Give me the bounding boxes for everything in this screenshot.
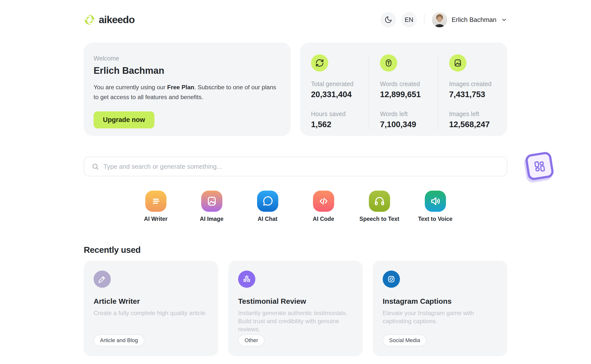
brand-name: aikeedo [99,14,135,26]
chevron-down-icon [501,16,507,23]
usage-stats-card: Total generated 20,331,404 Hours saved 1… [300,43,507,136]
aikeedo-swirl-icon [84,14,95,26]
recent-card-description: Instantly generate authentic testimonial… [238,309,353,333]
dark-mode-button[interactable] [381,12,396,27]
stat-label: Images left [449,110,496,118]
stat-value: 7,431,753 [449,90,496,99]
recently-used-row: Article Writer Create a fully complete h… [84,261,507,356]
header-actions: EN Erlich Bachman [381,12,507,27]
image-icon [201,191,222,212]
welcome-user-name: Erlich Bachman [94,65,281,76]
tool-ai-code[interactable]: AI Code [296,191,351,222]
search-icon [92,163,99,170]
tool-speech-to-text[interactable]: Speech to Text [351,191,407,222]
recent-card-title: Article Writer [94,297,140,305]
pencil-icon [94,271,111,288]
stat-label: Images created [449,80,496,88]
apps-launcher-badge[interactable] [525,151,554,181]
language-button[interactable]: EN [401,12,417,27]
tools-row: AI Writer AI Image AI Chat [84,191,507,222]
category-tag: Social Media [383,334,427,346]
tool-label: AI Image [200,216,224,222]
tool-label: Speech to Text [360,216,399,222]
recent-card-description: Elevate your Instagram game with captiva… [383,309,497,325]
stat-column-words: Words created 12,899,651 Words left 7,10… [369,54,438,129]
welcome-card: Welcome Erlich Bachman You are currently… [84,43,291,136]
brand-logo[interactable]: aikeedo [84,14,135,26]
stars-icon [238,271,255,288]
instagram-icon [383,271,400,288]
dashboard-grid-icon [531,158,548,174]
stat-label: Words left [380,110,427,118]
category-tag: Other [238,334,264,346]
recent-card-instagram-captions[interactable]: Instagram Captions Elevate your Instagra… [373,261,507,356]
code-icon [313,191,334,212]
category-tag: Article and Blog [94,334,144,346]
stat-value: 1,562 [311,120,358,129]
stat-value: 7,100,349 [380,120,427,129]
search-bar [84,157,507,176]
header-divider [424,14,425,25]
stat-column-images: Images created 7,431,753 Images left 12,… [438,54,507,129]
tool-label: AI Chat [258,216,278,222]
stat-column-generated: Total generated 20,331,404 Hours saved 1… [300,54,369,129]
stat-value: 12,899,651 [380,90,427,99]
recent-card-title: Instagram Captions [383,297,452,305]
speaker-icon [425,191,446,212]
upgrade-now-button[interactable]: Upgrade now [94,111,154,128]
stat-label: Words created [380,80,427,88]
tool-text-to-voice[interactable]: Text to Voice [407,191,463,222]
plan-message: You are currently using our Free Plan. S… [94,82,281,102]
user-menu[interactable]: Erlich Bachman [432,12,507,27]
plan-message-pre: You are currently using our [94,84,167,91]
headphones-icon [369,191,390,212]
recent-card-testimonial-review[interactable]: Testimonial Review Instantly generate au… [228,261,363,356]
overview-row: Welcome Erlich Bachman You are currently… [84,43,507,136]
avatar [432,12,447,27]
refresh-icon [311,54,328,72]
plan-name: Free Plan [167,84,194,91]
recent-card-article-writer[interactable]: Article Writer Create a fully complete h… [84,261,218,356]
recent-card-title: Testimonial Review [238,297,306,305]
chat-icon [257,191,278,212]
stat-label: Total generated [311,80,358,88]
tool-label: AI Writer [144,216,167,222]
moon-icon [384,16,392,24]
tool-ai-writer[interactable]: AI Writer [128,191,184,222]
text-icon [380,54,397,72]
welcome-label: Welcome [94,55,281,62]
tool-ai-image[interactable]: AI Image [184,191,240,222]
image-icon [449,54,466,72]
header: aikeedo EN Erlich Bachman [84,0,507,28]
stat-value: 20,331,404 [311,90,358,99]
recently-used-heading: Recently used [84,245,507,255]
search-input[interactable] [103,163,499,170]
user-name: Erlich Bachman [452,16,496,24]
tool-label: Text to Voice [418,216,453,222]
tool-ai-chat[interactable]: AI Chat [240,191,296,222]
stat-value: 12,568,247 [449,120,496,129]
writer-icon [145,191,166,212]
recent-card-description: Create a fully complete high quality art… [94,309,207,317]
stat-label: Hours saved [311,110,358,118]
tool-label: AI Code [313,216,334,222]
